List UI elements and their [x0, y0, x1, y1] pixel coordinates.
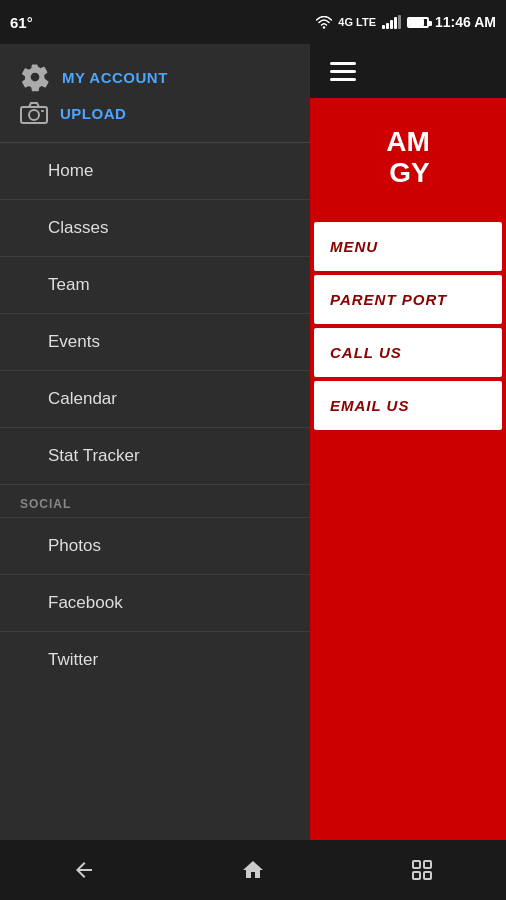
back-icon	[72, 858, 96, 882]
nav-item-calendar[interactable]: Calendar	[0, 371, 310, 428]
hamburger-line-2	[330, 70, 356, 73]
nav-item-home[interactable]: Home	[0, 143, 310, 200]
recents-button[interactable]	[397, 850, 447, 890]
upload-row[interactable]: UPLOAD	[20, 102, 290, 132]
svg-point-0	[323, 26, 325, 28]
svg-rect-7	[424, 872, 431, 879]
bottom-nav-bar	[0, 840, 506, 900]
home-icon	[241, 858, 265, 882]
menu-buttons-section: MENU PARENT PORT CALL US EMAIL US	[310, 218, 506, 900]
gear-icon	[20, 62, 50, 92]
drawer-header: MY ACCOUNT UPLOAD	[0, 44, 310, 143]
call-us-button[interactable]: CALL US	[314, 328, 502, 377]
hamburger-line-3	[330, 78, 356, 81]
recents-icon	[410, 858, 434, 882]
right-header	[310, 44, 506, 98]
nav-item-twitter[interactable]: Twitter	[0, 632, 310, 688]
my-account-link[interactable]: MY ACCOUNT	[62, 69, 168, 86]
logo-area: AMGY	[310, 98, 506, 218]
social-section-label: SOCIAL	[0, 485, 310, 518]
status-icons: 4G LTE 11:46 AM	[316, 14, 496, 30]
nav-list: Home Classes Team Events Calendar Stat T…	[0, 143, 310, 900]
hamburger-button[interactable]	[330, 62, 356, 81]
menu-button[interactable]: MENU	[314, 222, 502, 271]
home-button[interactable]	[228, 850, 278, 890]
svg-rect-6	[413, 872, 420, 879]
nav-item-team[interactable]: Team	[0, 257, 310, 314]
status-bar: 61° 4G LTE 11:46 AM	[0, 0, 506, 44]
network-type: 4G LTE	[338, 16, 376, 28]
svg-point-2	[29, 110, 39, 120]
right-panel: AMGY MENU PARENT PORT CALL US EMAIL US	[310, 44, 506, 900]
svg-rect-4	[413, 861, 420, 868]
nav-item-events[interactable]: Events	[0, 314, 310, 371]
svg-rect-3	[41, 110, 44, 112]
navigation-drawer: MY ACCOUNT UPLOAD Home Classes Team Even…	[0, 44, 310, 900]
battery-icon	[407, 17, 429, 28]
camera-icon	[20, 102, 48, 124]
main-layout: MY ACCOUNT UPLOAD Home Classes Team Even…	[0, 44, 506, 900]
nav-item-facebook[interactable]: Facebook	[0, 575, 310, 632]
my-account-row[interactable]: MY ACCOUNT	[20, 62, 290, 92]
parent-portal-button[interactable]: PARENT PORT	[314, 275, 502, 324]
clock: 11:46 AM	[435, 14, 496, 30]
nav-item-stat-tracker[interactable]: Stat Tracker	[0, 428, 310, 485]
upload-link[interactable]: UPLOAD	[60, 105, 126, 122]
signal-bars	[382, 15, 401, 29]
nav-item-photos[interactable]: Photos	[0, 518, 310, 575]
wifi-icon	[316, 16, 332, 29]
svg-rect-5	[424, 861, 431, 868]
temperature: 61°	[10, 14, 33, 31]
hamburger-line-1	[330, 62, 356, 65]
back-button[interactable]	[59, 850, 109, 890]
logo-text: AMGY	[386, 127, 430, 189]
email-us-button[interactable]: EMAIL US	[314, 381, 502, 430]
nav-item-classes[interactable]: Classes	[0, 200, 310, 257]
